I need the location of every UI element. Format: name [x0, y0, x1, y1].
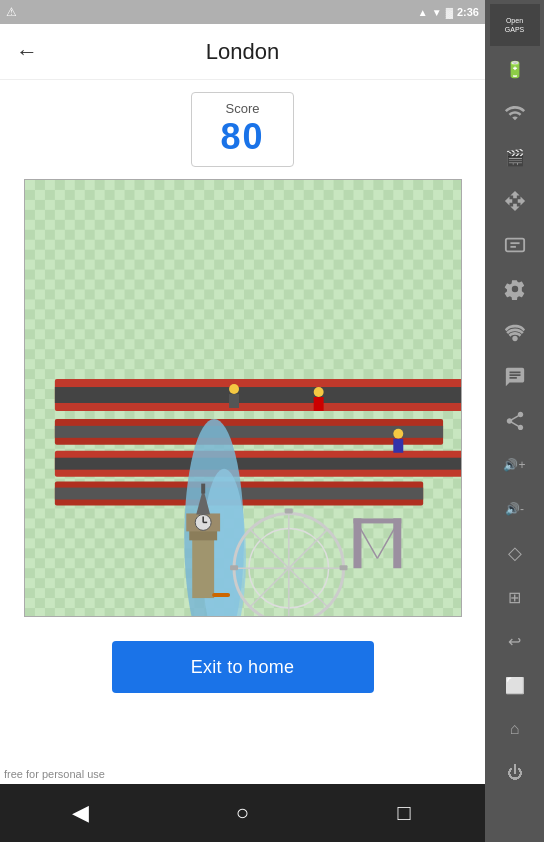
chat-panel-icon[interactable] — [490, 356, 540, 398]
svg-rect-13 — [54, 458, 460, 470]
app-header: ← London — [0, 24, 485, 80]
svg-rect-120 — [212, 593, 230, 597]
back-panel-icon[interactable]: ↩ — [490, 620, 540, 662]
svg-rect-44 — [313, 387, 323, 397]
game-scene-svg — [25, 180, 461, 616]
status-bar-left: ⚠ — [6, 5, 17, 19]
power-panel-icon[interactable]: ⏻ — [490, 752, 540, 794]
score-container: Score 80 — [191, 92, 293, 167]
vol-down-panel-icon[interactable]: 🔊- — [490, 488, 540, 530]
signal-up-icon: ▲ — [418, 7, 428, 18]
svg-rect-11 — [54, 426, 442, 438]
open-gaps-label[interactable]: OpenGAPS — [490, 4, 540, 46]
move-panel-icon[interactable] — [490, 180, 540, 222]
status-bar: ⚠ ▲ ▼ ▓ 2:36 — [0, 0, 485, 24]
page-title: London — [54, 39, 431, 65]
id-panel-icon[interactable] — [490, 224, 540, 266]
svg-rect-20 — [353, 518, 401, 523]
share-panel-icon[interactable] — [490, 400, 540, 442]
svg-rect-48 — [393, 429, 403, 439]
camera-panel-icon[interactable]: 🎬 — [490, 136, 540, 178]
gear-panel-icon[interactable] — [490, 268, 540, 310]
svg-rect-39 — [230, 565, 238, 570]
signal-panel-icon[interactable] — [490, 312, 540, 354]
svg-rect-0 — [505, 239, 523, 252]
status-bar-right: ▲ ▼ ▓ 2:36 — [418, 6, 479, 18]
square-panel-icon[interactable]: ⬜ — [490, 664, 540, 706]
warning-icon: ⚠ — [6, 5, 17, 19]
battery-icon: ▓ — [446, 7, 453, 18]
main-content: ← London Score 80 — [0, 24, 485, 784]
svg-rect-43 — [229, 394, 239, 408]
signal-down-icon: ▼ — [432, 7, 442, 18]
wifi-panel-icon[interactable] — [490, 92, 540, 134]
svg-rect-9 — [54, 387, 460, 403]
grid-panel-icon[interactable]: ⊞ — [490, 576, 540, 618]
home-panel-icon[interactable]: ⌂ — [490, 708, 540, 750]
svg-rect-42 — [229, 384, 239, 394]
nav-back-button[interactable]: ◀ — [51, 793, 111, 833]
svg-rect-37 — [284, 508, 292, 513]
svg-rect-49 — [393, 439, 403, 453]
exit-to-home-button[interactable]: Exit to home — [112, 641, 374, 693]
svg-rect-40 — [339, 565, 347, 570]
svg-rect-18 — [353, 518, 361, 568]
score-label: Score — [220, 101, 264, 116]
battery-panel-icon[interactable]: 🔋 — [490, 48, 540, 90]
vol-up-panel-icon[interactable]: 🔊+ — [490, 444, 540, 486]
score-value: 80 — [220, 116, 264, 158]
svg-rect-23 — [192, 538, 214, 598]
right-panel: OpenGAPS 🔋 🎬 🔊+ 🔊- ◇ ⊞ ↩ ⬜ ⌂ ⏻ — [485, 0, 544, 842]
diamond-panel-icon[interactable]: ◇ — [490, 532, 540, 574]
nav-recent-button[interactable]: □ — [374, 793, 434, 833]
nav-bar: ◀ ○ □ — [0, 784, 485, 842]
svg-rect-45 — [313, 397, 323, 411]
svg-rect-30 — [201, 484, 205, 494]
nav-home-button[interactable]: ○ — [212, 793, 272, 833]
game-canvas — [24, 179, 462, 617]
svg-rect-19 — [393, 518, 401, 568]
time-display: 2:36 — [457, 6, 479, 18]
back-button[interactable]: ← — [16, 39, 38, 65]
